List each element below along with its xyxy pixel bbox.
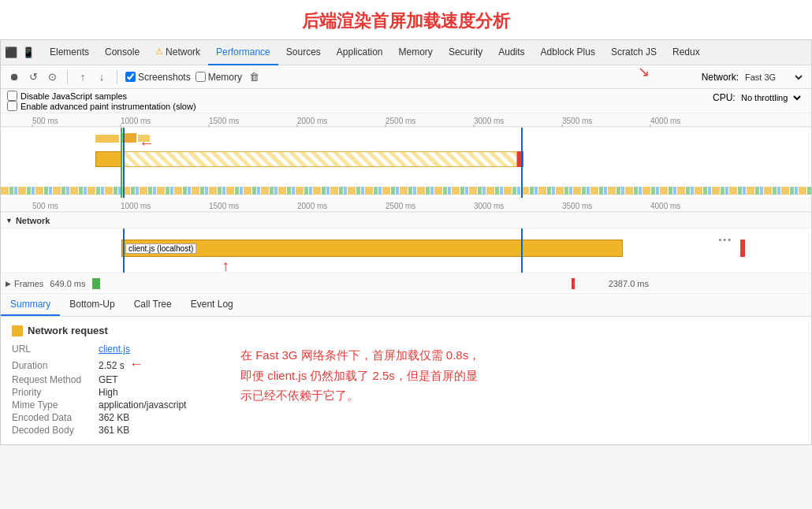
network-section: ▼ Network client.js (localhost) ↑ ••• [1,213,811,273]
tab-application[interactable]: Application [329,40,391,65]
tab-bottom-up[interactable]: Bottom-Up [60,294,124,316]
tab-call-tree[interactable]: Call Tree [125,294,181,316]
device-icon[interactable]: 📱 [21,46,35,60]
frames-arrow: ▶ [6,280,11,288]
network-header[interactable]: ▼ Network [1,213,811,228]
network-arrow: ▼ [6,217,13,225]
tab-elements[interactable]: Elements [42,40,97,65]
svg-text:3000 ms: 3000 ms [474,117,504,125]
net-waterfall: client.js (localhost) ↑ ••• [1,228,811,273]
svg-rect-17 [95,135,119,143]
tab-scratchjs[interactable]: Scratch JS [603,40,665,65]
tab-sources[interactable]: Sources [278,40,329,65]
tab-console[interactable]: Console [97,40,147,65]
red-arrow-duration: ← [129,356,143,373]
tab-network[interactable]: ⚠ Network [147,40,208,65]
method-row: Request Method GET [12,373,217,386]
tab-security[interactable]: Security [441,40,490,65]
loading-bar-small [95,151,121,167]
toolbar-sep2 [117,70,117,84]
svg-text:500 ms: 500 ms [32,202,58,210]
tab-event-log[interactable]: Event Log [181,294,243,316]
duration-row: Duration 2.52 s ← [12,355,217,373]
details-left: Network request URL client.js Duration 2… [12,325,217,437]
inspect-icon[interactable]: ⬛ [4,46,18,60]
network-select[interactable]: Fast 3G Slow 3G Offline No throttling [742,72,805,83]
client-js-bar[interactable]: client.js (localhost) [121,240,623,257]
cpu-select[interactable]: No throttling 4x slowdown 6x slowdown [738,92,803,103]
svg-text:1000 ms: 1000 ms [121,202,151,210]
url-link[interactable]: client.js [99,344,130,355]
decoded-row: Decoded Body 361 KB [12,424,217,437]
screenshots-check[interactable]: Screenshots [125,72,191,83]
net-blue-line2 [521,228,523,273]
disable-js-checkbox[interactable] [7,91,17,101]
priority-row: Priority High [12,386,217,399]
record-btn[interactable]: ⏺ [7,70,21,84]
bottom-tab-bar: Summary Bottom-Up Call Tree Event Log [1,294,811,317]
bottom-ruler: 500 ms 1000 ms 1500 ms 2000 ms 2500 ms 3… [1,199,811,213]
screenshots-checkbox[interactable] [125,72,136,82]
bottom-ruler-svg: 500 ms 1000 ms 1500 ms 2000 ms 2500 ms 3… [1,199,811,213]
annotation-text: 在 Fast 3G 网络条件下，首屏加载仅需 0.8s， 即便 client.j… [240,345,480,406]
details-table: URL client.js Duration 2.52 s ← Request … [12,343,217,437]
flame-chart: ← [1,128,811,199]
tab-audits[interactable]: Audits [490,40,532,65]
details-content: Network request URL client.js Duration 2… [12,325,800,437]
blue-line-1 [123,128,125,198]
upload-btn[interactable]: ↑ [76,70,90,84]
toolbar-right: ↘ Network: Fast 3G Slow 3G Offline No th… [697,72,805,83]
details-panel: Network request URL client.js Duration 2… [1,317,811,444]
main-timeline: 500 ms 1000 ms 1500 ms 2000 ms 2500 ms 3… [1,113,811,294]
disable-js-label[interactable]: Disable JavaScript samples [7,91,805,101]
tab-performance[interactable]: Performance [208,40,278,65]
toolbar: ⏺ ↺ ⊙ ↑ ↓ Screenshots Memory 🗑 ↘ Network… [1,65,811,89]
cpu-throttle: CPU: No throttling 4x slowdown 6x slowdo… [713,92,803,103]
ruler-svg: 500 ms 1000 ms 1500 ms 2000 ms 2500 ms 3… [1,113,811,128]
client-js-label: client.js (localhost) [125,243,196,254]
details-title: Network request [12,325,217,336]
red-bar-end [740,240,745,257]
enable-paint-label[interactable]: Enable advanced paint instrumentation (s… [7,101,805,111]
svg-text:4000 ms: 4000 ms [650,117,680,125]
red-arrow-net: ↑ [222,257,229,273]
tab-icon-group: ⬛ 📱 [4,46,35,60]
mime-row: Mime Type application/javascript [12,399,217,411]
memory-checkbox[interactable] [196,72,206,82]
url-row: URL client.js [12,343,217,355]
tab-memory[interactable]: Memory [391,40,441,65]
top-ruler: 500 ms 1000 ms 1500 ms 2000 ms 2500 ms 3… [1,113,811,128]
encoded-row: Encoded Data 362 KB [12,411,217,424]
svg-text:500 ms: 500 ms [32,117,58,125]
svg-text:1000 ms: 1000 ms [121,117,151,125]
toolbar-sep1 [67,70,68,84]
tab-redux[interactable]: Redux [665,40,708,65]
page-title: 后端渲染首屏加载速度分析 [0,0,812,39]
svg-rect-19 [138,135,150,142]
svg-text:3500 ms: 3500 ms [562,202,592,210]
frame-red-bar [572,278,575,289]
network-color-box [12,325,23,336]
tab-summary[interactable]: Summary [1,294,60,316]
net-blue-line1 [123,228,125,273]
svg-text:3500 ms: 3500 ms [562,117,592,125]
svg-text:2000 ms: 2000 ms [297,117,327,125]
stop-btn[interactable]: ⊙ [45,70,59,84]
red-arrow-top: ↘ [638,63,650,80]
svg-text:1500 ms: 1500 ms [209,117,239,125]
hatch-bar-main [123,151,517,167]
network-throttle: Network: Fast 3G Slow 3G Offline No thro… [702,72,805,83]
tab-adblock[interactable]: Adblock Plus [533,40,603,65]
svg-text:2500 ms: 2500 ms [386,202,415,210]
reload-btn[interactable]: ↺ [26,70,40,84]
frames-row: ▶ Frames 649.0 ms 2387.0 ms [1,273,811,294]
svg-text:4000 ms: 4000 ms [650,202,680,210]
enable-paint-checkbox[interactable] [7,101,17,111]
tab-bar: ⬛ 📱 Elements Console ⚠ Network Performan… [1,40,811,65]
green-line [121,128,122,198]
svg-text:1500 ms: 1500 ms [209,202,239,210]
memory-check[interactable]: Memory [196,72,242,83]
download-btn[interactable]: ↓ [95,70,109,84]
svg-text:3000 ms: 3000 ms [474,202,504,210]
clear-btn[interactable]: 🗑 [247,70,261,84]
